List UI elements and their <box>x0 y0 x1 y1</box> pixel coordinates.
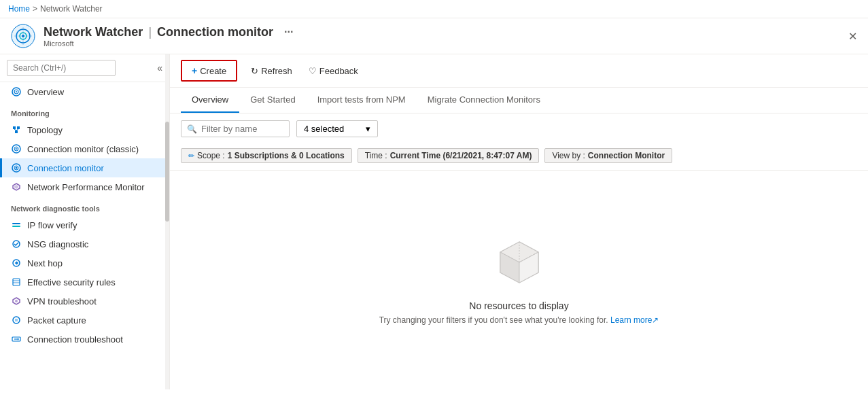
empty-state: No resources to display Try changing you… <box>170 171 868 389</box>
svg-rect-25 <box>13 279 20 285</box>
refresh-label: Refresh <box>261 66 292 76</box>
sidebar-section-monitoring: Monitoring <box>0 101 169 120</box>
sidebar-item-label: Effective security rules <box>27 277 116 287</box>
next-hop-icon <box>11 258 22 268</box>
sidebar-item-label: VPN troubleshoot <box>27 296 97 306</box>
sidebar-item-label: Connection troubleshoot <box>27 334 123 345</box>
learn-more-link[interactable]: Learn more↗ <box>610 315 659 325</box>
tab-import-tests[interactable]: Import tests from NPM <box>307 88 417 113</box>
more-button[interactable]: ··· <box>284 26 293 38</box>
viewby-label: View by : <box>552 151 585 160</box>
time-value: Current Time (6/21/2021, 8:47:07 AM) <box>390 151 532 160</box>
connection-monitor-classic-icon <box>11 143 22 154</box>
sidebar-item-packet-capture[interactable]: Packet capture <box>0 311 169 330</box>
sidebar-item-label: Connection monitor <box>27 163 104 173</box>
svg-rect-21 <box>12 223 20 224</box>
refresh-button[interactable]: ↻ Refresh <box>248 63 295 79</box>
tab-migrate[interactable]: Migrate Connection Monitors <box>417 88 551 113</box>
overview-icon <box>11 86 22 97</box>
sidebar-item-network-performance-monitor[interactable]: Network Performance Monitor <box>0 177 169 196</box>
svg-rect-9 <box>13 126 16 129</box>
sidebar-item-overview[interactable]: Overview <box>0 82 169 101</box>
scope-value: 1 Subscriptions & 0 Locations <box>228 151 345 160</box>
external-link-icon: ↗ <box>652 315 659 325</box>
svg-marker-20 <box>14 185 18 189</box>
svg-point-8 <box>16 91 17 92</box>
sidebar-item-connection-monitor-classic[interactable]: Connection monitor (classic) <box>0 139 169 158</box>
security-rules-icon <box>11 277 22 287</box>
plus-icon: + <box>192 65 197 76</box>
time-label: Time : <box>365 151 387 160</box>
top-bar: Home > Network Watcher <box>0 0 868 18</box>
sidebar-item-label: Network Performance Monitor <box>27 182 145 192</box>
ip-flow-icon <box>11 220 22 230</box>
page-header: Network Watcher | Connection monitor ···… <box>0 18 868 54</box>
feedback-icon: ♡ <box>309 66 317 76</box>
feedback-label: Feedback <box>319 66 358 76</box>
empty-state-title: No resources to display <box>469 300 568 311</box>
packet-capture-icon <box>11 315 22 326</box>
sidebar-item-label: Packet capture <box>27 315 86 326</box>
sidebar-item-label: Topology <box>27 125 63 135</box>
sidebar-item-label: NSG diagnostic <box>27 239 88 249</box>
create-button[interactable]: + Create <box>181 60 237 82</box>
filter-by-name[interactable]: 🔍 <box>181 120 290 137</box>
tab-get-started[interactable]: Get Started <box>239 88 306 113</box>
sidebar-item-next-hop[interactable]: Next hop <box>0 253 169 273</box>
viewby-filter-tag[interactable]: View by : Connection Monitor <box>544 148 672 163</box>
sidebar-item-effective-security-rules[interactable]: Effective security rules <box>0 273 169 292</box>
breadcrumb-home[interactable]: Home <box>8 4 30 14</box>
edit-icon: ✏ <box>188 152 194 160</box>
service-name: Network Watcher <box>44 25 143 39</box>
toolbar: + Create ↻ Refresh ♡ Feedback <box>170 54 868 88</box>
page-title: Connection monitor <box>157 25 273 39</box>
sidebar-item-connection-troubleshoot[interactable]: Connection troubleshoot <box>0 330 169 349</box>
breadcrumb: Home > Network Watcher <box>8 4 103 14</box>
breadcrumb-sep: > <box>33 4 37 14</box>
connection-monitor-icon <box>11 162 22 173</box>
sidebar-item-vpn-troubleshoot[interactable]: VPN troubleshoot <box>0 292 169 311</box>
sidebar-item-label: Overview <box>27 87 64 97</box>
filter-name-input[interactable] <box>201 124 283 134</box>
tab-overview[interactable]: Overview <box>181 88 239 113</box>
feedback-button[interactable]: ♡ Feedback <box>306 63 361 79</box>
columns-dropdown[interactable]: 4 selected ▾ <box>296 120 378 137</box>
vpn-icon <box>11 296 22 306</box>
svg-marker-33 <box>18 338 19 340</box>
sidebar-search-bar: « <box>0 54 169 82</box>
svg-point-29 <box>15 300 18 302</box>
svg-rect-10 <box>17 126 20 129</box>
service-icon <box>11 24 35 48</box>
sidebar-item-label: Next hop <box>27 258 63 268</box>
close-button[interactable]: ✕ <box>848 30 857 43</box>
sidebar-item-ip-flow-verify[interactable]: IP flow verify <box>0 215 169 234</box>
npm-icon <box>11 181 22 192</box>
filter-tags: ✏ Scope : 1 Subscriptions & 0 Locations … <box>181 148 857 163</box>
chevron-down-icon: ▾ <box>366 124 370 134</box>
scope-label: Scope : <box>197 151 225 160</box>
sidebar-item-nsg-diagnostic[interactable]: NSG diagnostic <box>0 234 169 253</box>
conn-troubleshoot-icon <box>11 334 22 345</box>
filter-bar: 🔍 4 selected ▾ ✏ Scope : 1 Subscriptions… <box>170 113 868 171</box>
layout: « Overview Monitoring Topology Connectio… <box>0 54 868 389</box>
sidebar-item-topology[interactable]: Topology <box>0 120 169 139</box>
page-header-title: Network Watcher | Connection monitor ···… <box>44 25 293 48</box>
sidebar-item-label: IP flow verify <box>27 220 77 230</box>
time-filter-tag[interactable]: Time : Current Time (6/21/2021, 8:47:07 … <box>358 148 540 163</box>
sidebar-collapse-button[interactable]: « <box>157 63 162 73</box>
scope-filter-tag[interactable]: ✏ Scope : 1 Subscriptions & 0 Locations <box>181 148 352 163</box>
main-content: + Create ↻ Refresh ♡ Feedback Overview G… <box>170 54 868 389</box>
refresh-icon: ↻ <box>251 66 258 76</box>
empty-state-text: Try changing your filters if you don't s… <box>379 315 608 325</box>
sidebar-section-diagnostic: Network diagnostic tools <box>0 196 169 215</box>
topology-icon <box>11 124 22 135</box>
svg-rect-22 <box>12 226 20 227</box>
service-sub-label: Microsoft <box>44 39 293 48</box>
sidebar-item-label: Connection monitor (classic) <box>27 144 139 154</box>
dropdown-value: 4 selected <box>304 124 344 134</box>
sidebar-item-connection-monitor[interactable]: Connection monitor <box>0 158 169 177</box>
sidebar: « Overview Monitoring Topology Connectio… <box>0 54 170 389</box>
viewby-value: Connection Monitor <box>588 151 665 160</box>
empty-state-description: Try changing your filters if you don't s… <box>379 315 659 325</box>
search-input[interactable] <box>7 60 116 76</box>
